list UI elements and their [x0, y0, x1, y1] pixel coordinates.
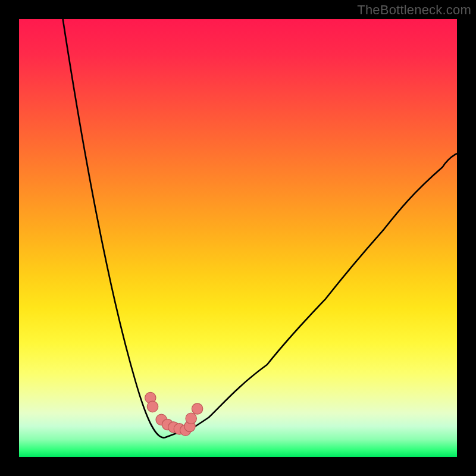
marker-point: [186, 413, 196, 424]
marker-point: [147, 401, 158, 412]
marker-point: [192, 403, 202, 414]
left-curve: [63, 19, 179, 438]
right-curve: [186, 154, 457, 433]
watermark-text: TheBottleneck.com: [357, 2, 471, 18]
curves-layer: [19, 19, 457, 457]
plot-area: [19, 19, 457, 457]
outer-frame: TheBottleneck.com: [0, 0, 476, 476]
